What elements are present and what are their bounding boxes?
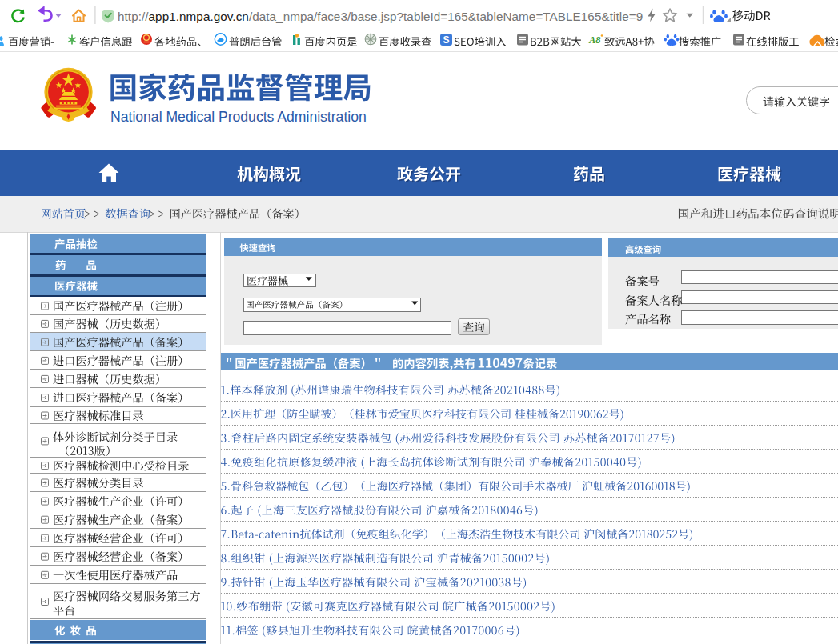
svg-text:A8: A8 xyxy=(588,34,601,46)
svg-text:S: S xyxy=(443,34,449,46)
